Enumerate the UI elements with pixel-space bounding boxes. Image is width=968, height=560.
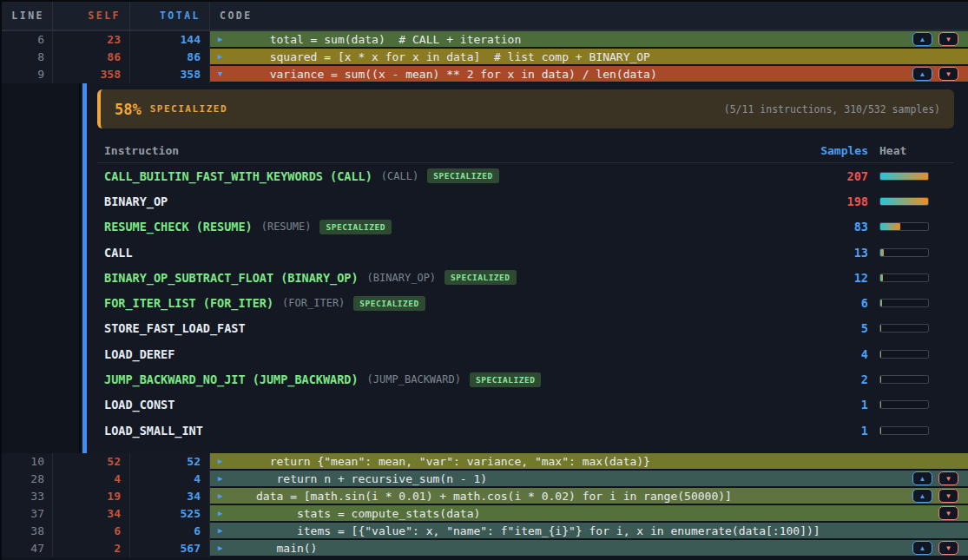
specialized-badge: SPECIALIZED bbox=[470, 372, 541, 387]
self-samples: 4 bbox=[53, 471, 130, 488]
code-line-row: 38 6 6 ▶ items = [{"value": x, "name": f… bbox=[2, 523, 968, 540]
code-rows-bottom: 10 52 52 ▶ return {"mean": mean, "var": … bbox=[2, 453, 968, 557]
navigate-up-button[interactable]: ▲ bbox=[912, 489, 932, 503]
banner-summary: (5/11 instructions, 310/532 samples) bbox=[724, 103, 940, 115]
expand-arrow-icon[interactable]: ▶ bbox=[218, 540, 222, 556]
specialized-percent: 58% bbox=[115, 101, 142, 118]
instruction-row: RESUME_CHECK (RESUME) (RESUME) SPECIALIZ… bbox=[97, 214, 954, 240]
code-rows-top: 6 23 144 ▶ total = sum(data) # CALL + it… bbox=[2, 31, 968, 83]
self-samples: 23 bbox=[53, 31, 130, 49]
line-number: 38 bbox=[2, 523, 53, 540]
heat-bar bbox=[879, 172, 929, 181]
total-samples: 86 bbox=[130, 49, 210, 66]
heat-bar-fill bbox=[880, 325, 881, 332]
specialized-label: SPECIALIZED bbox=[150, 103, 227, 115]
self-samples: 34 bbox=[53, 505, 130, 523]
code-cell[interactable]: ▶ main() ▲ ▼ bbox=[210, 540, 968, 557]
instruction-name: CALL bbox=[104, 246, 133, 260]
instruction-row: CALL_BUILTIN_FAST_WITH_KEYWORDS (CALL) (… bbox=[97, 163, 954, 188]
expand-arrow-icon[interactable]: ▶ bbox=[218, 523, 222, 538]
code-text: return {"mean": mean, "var": variance, "… bbox=[256, 453, 650, 470]
code-cell[interactable]: ▶ total = sum(data) # CALL + iteration ▲… bbox=[210, 31, 968, 49]
instruction-table-body: CALL_BUILTIN_FAST_WITH_KEYWORDS (CALL) (… bbox=[97, 163, 954, 443]
line-number: 9 bbox=[2, 66, 53, 83]
self-samples: 19 bbox=[53, 488, 130, 505]
code-cell[interactable]: ▶ items = [{"value": x, "name": f"item_{… bbox=[210, 523, 968, 540]
table-header: LINE SELF TOTAL CODE bbox=[2, 2, 968, 31]
instruction-row: STORE_FAST_LOAD_FAST 5 bbox=[97, 316, 954, 341]
navigate-down-button[interactable]: ▼ bbox=[938, 471, 958, 485]
instruction-sample-count: 6 bbox=[799, 296, 868, 310]
instruction-base-opcode: (FOR_ITER) bbox=[282, 297, 345, 309]
heat-bar-fill bbox=[880, 198, 928, 205]
specialized-badge: SPECIALIZED bbox=[319, 220, 391, 234]
navigate-up-button[interactable]: ▲ bbox=[912, 67, 932, 81]
expand-arrow-icon[interactable]: ▶ bbox=[218, 505, 222, 521]
code-text: variance = sum((x - mean) ** 2 for x in … bbox=[256, 66, 657, 82]
self-samples: 52 bbox=[53, 453, 130, 471]
total-samples: 4 bbox=[130, 471, 210, 488]
heat-bar-fill bbox=[880, 427, 881, 434]
expand-arrow-icon[interactable]: ▼ bbox=[218, 66, 222, 82]
code-line-row: 10 52 52 ▶ return {"mean": mean, "var": … bbox=[2, 453, 968, 471]
navigate-down-button[interactable]: ▼ bbox=[938, 506, 958, 520]
heat-bar bbox=[879, 299, 929, 307]
specialized-badge: SPECIALIZED bbox=[353, 296, 425, 311]
navigate-down-button[interactable]: ▼ bbox=[938, 32, 958, 46]
self-samples: 358 bbox=[53, 66, 130, 83]
specialized-badge: SPECIALIZED bbox=[444, 270, 516, 285]
navigate-up-button[interactable]: ▲ bbox=[912, 471, 932, 485]
heat-bar-fill bbox=[880, 173, 929, 180]
instruction-table-header: Instruction Samples Heat bbox=[97, 139, 954, 163]
code-line-row: 8 86 86 ▶ squared = [x * x for x in data… bbox=[2, 49, 968, 66]
instruction-name: BINARY_OP_SUBTRACT_FLOAT (BINARY_OP) bbox=[104, 271, 359, 285]
heat-bar bbox=[879, 350, 929, 359]
code-line-row: 6 23 144 ▶ total = sum(data) # CALL + it… bbox=[2, 31, 968, 49]
code-text: squared = [x * x for x in data] # list c… bbox=[256, 49, 650, 65]
instruction-sample-count: 13 bbox=[799, 246, 868, 260]
expand-arrow-icon[interactable]: ▶ bbox=[218, 488, 222, 504]
column-header-total: TOTAL bbox=[130, 2, 210, 30]
code-text: stats = compute_stats(data) bbox=[256, 505, 480, 522]
heat-bar bbox=[879, 222, 929, 231]
navigate-down-button[interactable]: ▼ bbox=[938, 541, 958, 555]
expand-arrow-icon[interactable]: ▶ bbox=[218, 453, 222, 469]
heat-bar bbox=[879, 248, 929, 257]
line-number: 28 bbox=[2, 471, 53, 488]
navigate-down-button[interactable]: ▼ bbox=[938, 67, 958, 81]
expand-arrow-icon[interactable]: ▶ bbox=[218, 471, 222, 486]
code-cell[interactable]: ▶ return n + recursive_sum(n - 1) ▲ ▼ bbox=[210, 471, 968, 488]
instruction-sample-count: 83 bbox=[799, 220, 868, 234]
code-line-row: 9 358 358 ▼ variance = sum((x - mean) **… bbox=[2, 66, 968, 83]
code-cell[interactable]: ▶ return {"mean": mean, "var": variance,… bbox=[210, 453, 968, 471]
navigate-down-button[interactable]: ▼ bbox=[938, 489, 958, 503]
instruction-row: LOAD_CONST 1 bbox=[97, 392, 954, 418]
total-samples: 52 bbox=[130, 453, 210, 471]
heat-bar bbox=[879, 375, 929, 384]
expand-arrow-icon[interactable]: ▶ bbox=[218, 31, 222, 47]
expand-arrow-icon[interactable]: ▶ bbox=[218, 49, 222, 64]
profiler-window: LINE SELF TOTAL CODE 6 23 144 ▶ total = … bbox=[0, 0, 968, 560]
instruction-base-opcode: (RESUME) bbox=[261, 221, 312, 233]
instruction-base-opcode: (BINARY_OP) bbox=[367, 272, 436, 284]
total-samples: 358 bbox=[130, 66, 210, 83]
self-samples: 2 bbox=[53, 540, 130, 557]
instruction-name: JUMP_BACKWARD_NO_JIT (JUMP_BACKWARD) bbox=[104, 372, 359, 386]
instruction-base-opcode: (JUMP_BACKWARD) bbox=[367, 373, 461, 385]
heat-bar bbox=[879, 273, 929, 282]
instruction-column-header: Instruction bbox=[97, 144, 799, 157]
code-text: data = [math.sin(i * 0.01) + math.cos(i … bbox=[256, 488, 732, 504]
navigate-up-button[interactable]: ▲ bbox=[912, 32, 932, 46]
code-cell[interactable]: ▶ stats = compute_stats(data) ▼ bbox=[210, 505, 968, 523]
total-samples: 144 bbox=[130, 31, 210, 49]
heat-bar-fill bbox=[880, 401, 881, 408]
code-cell[interactable]: ▼ variance = sum((x - mean) ** 2 for x i… bbox=[210, 66, 968, 83]
code-text: return n + recursive_sum(n - 1) bbox=[256, 471, 487, 487]
navigate-up-button[interactable]: ▲ bbox=[912, 541, 932, 555]
instruction-name: CALL_BUILTIN_FAST_WITH_KEYWORDS (CALL) bbox=[104, 169, 372, 183]
heat-bar bbox=[879, 400, 929, 409]
heat-bar bbox=[879, 426, 929, 435]
code-cell[interactable]: ▶ squared = [x * x for x in data] # list… bbox=[210, 49, 968, 66]
code-cell[interactable]: ▶ data = [math.sin(i * 0.01) + math.cos(… bbox=[210, 488, 968, 505]
instruction-row: LOAD_SMALL_INT 1 bbox=[97, 418, 954, 443]
